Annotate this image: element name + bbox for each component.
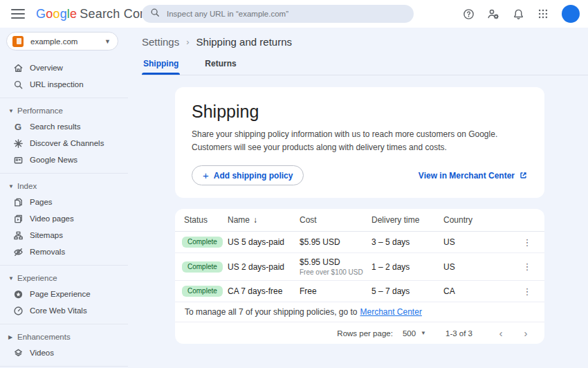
row-menu-icon[interactable]: ⋮ [520, 287, 535, 296]
page-experience-icon [12, 288, 24, 300]
merchant-link-label: View in Merchant Center [419, 171, 515, 181]
chevron-right-icon: › [186, 37, 189, 47]
tab-shipping[interactable]: Shipping [142, 56, 180, 75]
view-in-merchant-center-link[interactable]: View in Merchant Center [419, 171, 528, 181]
table-row: Complete CA 7 days-free Free 5 – 7 days … [175, 281, 544, 302]
sort-descending-icon: ↓ [253, 215, 257, 225]
sidebar-nav: Overview URL inspection ▼ Performance G … [0, 59, 128, 368]
notifications-bell-icon[interactable] [512, 8, 524, 20]
policy-delivery: 3 – 5 days [371, 237, 443, 247]
status-badge: Complete [182, 286, 223, 297]
note-text: To manage all 7 of your shipping policie… [185, 307, 358, 317]
sitemap-icon [12, 230, 24, 241]
search-icon [150, 8, 160, 20]
divider [0, 265, 128, 266]
sidebar-item-pages[interactable]: Pages [0, 194, 128, 210]
help-icon[interactable] [462, 8, 475, 20]
sidebar-section-enhancements[interactable]: ▶ Enhancements [0, 329, 128, 344]
chevron-down-icon: ▼ [421, 330, 426, 336]
main-content: Settings › Shipping and returns Shipping… [128, 28, 588, 368]
property-selector[interactable]: example.com ▼ [6, 32, 118, 50]
divider [0, 366, 128, 367]
rows-per-page-value: 500 [403, 329, 416, 338]
description-line: Customers will see your products along w… [192, 141, 528, 154]
breadcrumb-settings[interactable]: Settings [142, 36, 179, 48]
url-inspect-searchbar[interactable] [142, 5, 414, 23]
sidebar-item-google-news[interactable]: Google News [0, 151, 128, 168]
policy-name: CA 7 days-free [228, 286, 300, 296]
sidebar-item-videos[interactable]: Videos [0, 344, 128, 361]
add-shipping-policy-button[interactable]: + Add shipping policy [192, 165, 304, 185]
sidebar-item-search-results[interactable]: G Search results [0, 118, 128, 135]
logo-letter: o [46, 7, 53, 21]
divider [0, 173, 128, 174]
policy-country: CA [443, 286, 520, 296]
add-button-label: Add shipping policy [214, 171, 293, 181]
row-menu-icon[interactable]: ⋮ [520, 262, 535, 271]
previous-page-icon[interactable]: ‹ [493, 327, 508, 339]
search-input[interactable] [167, 10, 405, 18]
policy-cost: Free [300, 286, 371, 296]
layers-icon [12, 347, 24, 358]
policy-name: US 2 days-paid [228, 262, 300, 272]
eye-off-icon [12, 246, 24, 257]
policy-cost: $5.95 USD [300, 237, 371, 247]
menu-icon[interactable] [11, 9, 25, 19]
video-pages-icon [12, 213, 24, 224]
sidebar-section-index[interactable]: ▼ Index [0, 178, 128, 194]
next-page-icon[interactable]: › [518, 327, 533, 339]
pagination-range: 1-3 of 3 [445, 329, 472, 338]
logo-letter: o [53, 7, 59, 21]
logo-letter: e [70, 7, 77, 21]
description-line: Share your shipping policy information w… [192, 128, 528, 141]
logo-letter: g [60, 7, 67, 21]
search-icon [12, 79, 24, 90]
sidebar-section-experience[interactable]: ▼ Experience [0, 270, 128, 286]
merchant-center-link[interactable]: Merchant Center [360, 307, 422, 317]
sidebar-item-page-experience[interactable]: Page Experience [0, 286, 128, 302]
divider [0, 324, 128, 324]
home-icon [12, 62, 24, 73]
sidebar-item-video-pages[interactable]: Video pages [0, 210, 128, 227]
page-title: Shipping [192, 102, 528, 122]
rows-per-page-select[interactable]: 500 ▼ [403, 329, 426, 338]
policy-delivery: 1 – 2 days [371, 262, 443, 272]
sidebar-item-sitemaps[interactable]: Sitemaps [0, 227, 128, 243]
pages-icon [12, 196, 24, 208]
table-row: Complete US 2 days-paid $5.95 USD Free o… [175, 253, 544, 281]
policy-country: US [443, 262, 520, 272]
breadcrumb: Settings › Shipping and returns [142, 36, 588, 48]
sidebar-item-removals[interactable]: Removals [0, 243, 128, 260]
tab-bar: Shipping Returns [142, 56, 588, 75]
col-cost: Cost [300, 215, 371, 225]
breadcrumb-current: Shipping and returns [196, 36, 292, 48]
account-avatar[interactable] [562, 5, 580, 23]
sidebar-item-url-inspection[interactable]: URL inspection [0, 76, 128, 93]
user-settings-icon[interactable] [487, 8, 499, 20]
table-row: Complete US 5 days-paid $5.95 USD 3 – 5 … [175, 232, 544, 253]
col-delivery-time: Delivery time [371, 215, 443, 225]
col-country: Country [443, 215, 520, 225]
sidebar-item-overview[interactable]: Overview [0, 59, 128, 76]
shipping-panel: Shipping Share your shipping policy info… [175, 87, 544, 198]
row-menu-icon[interactable]: ⋮ [520, 238, 535, 247]
sidebar-item-core-web-vitals[interactable]: Core Web Vitals [0, 302, 128, 319]
property-name: example.com [30, 37, 104, 46]
col-name[interactable]: Name↓ [228, 215, 300, 225]
discover-spark-icon [12, 138, 24, 149]
sidebar-item-discover-channels[interactable]: Discover & Channels [0, 135, 128, 151]
status-badge: Complete [182, 261, 223, 273]
policy-country: US [443, 237, 520, 247]
chevron-down-icon: ▼ [8, 183, 15, 190]
divider [0, 98, 128, 98]
google-g-icon: G [12, 121, 24, 132]
tab-returns[interactable]: Returns [203, 56, 237, 75]
pagination-bar: Rows per page: 500 ▼ 1-3 of 3 ‹ › [175, 322, 544, 344]
sidebar-section-performance[interactable]: ▼ Performance [0, 103, 128, 118]
cost-value: $5.95 USD [300, 257, 371, 267]
policy-delivery: 5 – 7 days [371, 286, 443, 296]
col-name-label: Name [228, 215, 250, 225]
chevron-down-icon: ▼ [8, 275, 15, 282]
domain-property-icon [12, 36, 24, 47]
apps-grid-icon[interactable] [537, 8, 549, 20]
